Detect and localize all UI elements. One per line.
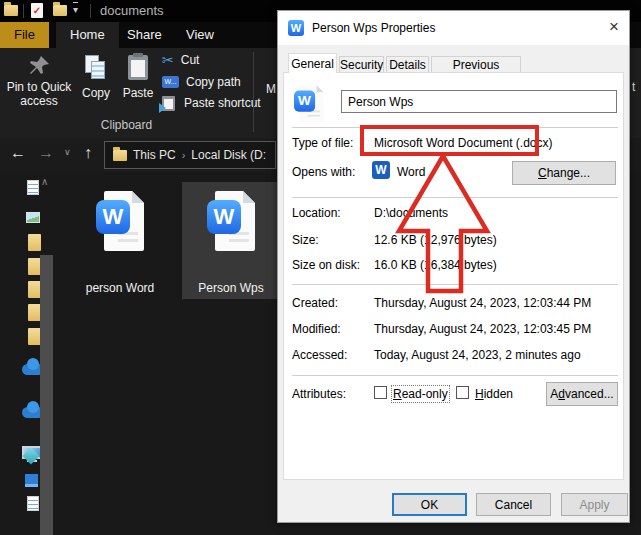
paste-shortcut-button[interactable]: Paste shortcut (162, 95, 261, 111)
paste-shortcut-icon (162, 96, 175, 111)
cancel-button[interactable]: Cancel (476, 493, 551, 516)
read-only-checkbox[interactable] (374, 386, 387, 399)
attributes-label: Attributes: (292, 387, 346, 401)
pin-label-line2: access (20, 94, 57, 108)
close-icon[interactable]: × (609, 18, 619, 36)
divider (292, 284, 618, 285)
partially-hidden-edge-text: t (632, 80, 635, 94)
tab-file[interactable]: File (0, 22, 49, 48)
breadcrumb-chevron-icon: › (182, 149, 186, 161)
hidden-checkbox[interactable] (456, 386, 469, 399)
location-label: Location: (292, 206, 341, 220)
read-only-label[interactable]: Read-only (393, 387, 448, 401)
word-app-icon: W (372, 161, 390, 179)
change-button[interactable]: Change... (512, 161, 616, 185)
sidebar-item-documents-icon[interactable] (27, 496, 39, 511)
size-on-disk-label: Size on disk: (292, 258, 360, 272)
breadcrumb-folder-icon (113, 150, 127, 161)
modified-value: Thursday, August 24, 2023, 12:03:45 PM (374, 322, 591, 336)
address-bar[interactable]: This PC › Local Disk (D: (104, 141, 276, 169)
qat-dropdown-icon[interactable]: ▾ (73, 2, 78, 17)
ok-button[interactable]: OK (392, 493, 467, 516)
cut-label: Cut (181, 53, 200, 67)
pin-to-quick-access-button[interactable]: Pin to Quick access (6, 52, 72, 112)
advanced-button[interactable]: Advanced... (546, 382, 618, 406)
sidebar-item-desktop-icon[interactable] (25, 474, 38, 487)
up-button[interactable]: ↑ (84, 144, 92, 162)
paste-label: Paste (118, 86, 158, 100)
divider (90, 4, 91, 18)
scissors-icon: ✂ (162, 52, 174, 68)
copy-path-icon: W... (162, 76, 179, 88)
divider (292, 375, 618, 376)
file-item[interactable]: W person Word (70, 181, 170, 299)
tab-security[interactable]: Security (339, 56, 384, 73)
file-name-input[interactable] (341, 90, 617, 113)
clipboard-group-label: Clipboard (0, 118, 253, 132)
created-value: Thursday, August 24, 2023, 12:03:44 PM (374, 296, 591, 310)
size-value: 12.6 KB (12,976 bytes) (374, 233, 497, 247)
breadcrumb-local-disk[interactable]: Local Disk (D: (191, 148, 266, 162)
copy-path-label: Copy path (186, 75, 241, 89)
folder-icon (4, 5, 18, 16)
type-of-file-label: Type of file: (292, 136, 353, 150)
paste-button[interactable]: Paste (118, 52, 158, 112)
tab-home[interactable]: Home (56, 22, 119, 48)
wps-document-icon: W (96, 191, 144, 251)
tab-general[interactable]: General (288, 53, 337, 73)
copy-path-button[interactable]: W... Copy path (162, 74, 241, 90)
file-name-label: Person Wps (182, 281, 280, 295)
divider (292, 127, 618, 128)
general-tab-page: W Type of file: Microsoft Word Document … (283, 72, 624, 480)
wps-document-icon: W (207, 191, 255, 251)
sidebar-item-folder-icon[interactable] (28, 234, 41, 251)
partially-hidden-ribbon-text: M (266, 82, 276, 96)
paste-shortcut-label: Paste shortcut (184, 96, 261, 110)
copy-icon (85, 55, 107, 80)
modified-label: Modified: (292, 322, 341, 336)
properties-check-icon[interactable]: ✓ (31, 3, 43, 18)
created-label: Created: (292, 296, 338, 310)
wps-app-icon: W (288, 20, 304, 36)
copy-label: Copy (78, 86, 114, 100)
tab-details[interactable]: Details (386, 56, 429, 73)
cut-button[interactable]: ✂ Cut (162, 52, 199, 68)
tab-previous-versions[interactable]: Previous Versions (431, 56, 521, 73)
type-of-file-value: Microsoft Word Document (.docx) (374, 136, 553, 150)
size-label: Size: (292, 233, 319, 247)
divider (292, 197, 618, 198)
forward-button[interactable]: → (38, 144, 54, 162)
opens-with-label: Opens with: (292, 165, 355, 179)
hidden-label[interactable]: Hidden (475, 387, 513, 401)
scrollbar-up-icon[interactable]: ∧ (41, 176, 48, 187)
window-title: documents (100, 3, 164, 18)
new-folder-icon[interactable] (53, 5, 67, 16)
pin-icon (27, 54, 51, 78)
properties-dialog: W Person Wps Properties × General Securi… (277, 10, 630, 523)
size-on-disk-value: 16.0 KB (16,384 bytes) (374, 258, 497, 272)
sidebar-item-documents-icon[interactable] (27, 180, 39, 195)
dialog-titlebar: W Person Wps Properties × (278, 11, 629, 45)
breadcrumb-this-pc[interactable]: This PC (133, 148, 176, 162)
accessed-label: Accessed: (292, 348, 347, 362)
back-button[interactable]: ← (10, 144, 26, 162)
paste-icon (128, 55, 148, 80)
wps-document-icon: W (294, 85, 324, 122)
pin-label-line1: Pin to Quick (7, 80, 72, 94)
copy-button[interactable]: Copy (78, 52, 114, 112)
dialog-title: Person Wps Properties (312, 21, 435, 35)
location-value: D:\documents (374, 206, 448, 220)
file-name-label: person Word (70, 281, 170, 295)
opens-with-value: Word (397, 165, 425, 179)
group-divider (253, 52, 254, 132)
divider (23, 4, 24, 18)
history-dropdown-icon[interactable]: ∨ (64, 147, 71, 157)
accessed-value: Today, August 24, 2023, 2 minutes ago (374, 348, 581, 362)
tab-view[interactable]: View (172, 22, 228, 48)
apply-button[interactable]: Apply (561, 493, 628, 516)
sidebar-scrollbar[interactable] (40, 255, 53, 535)
sidebar-item-pictures-icon[interactable] (26, 212, 40, 223)
file-item-selected[interactable]: W Person Wps (182, 182, 280, 299)
tab-share[interactable]: Share (113, 22, 176, 48)
